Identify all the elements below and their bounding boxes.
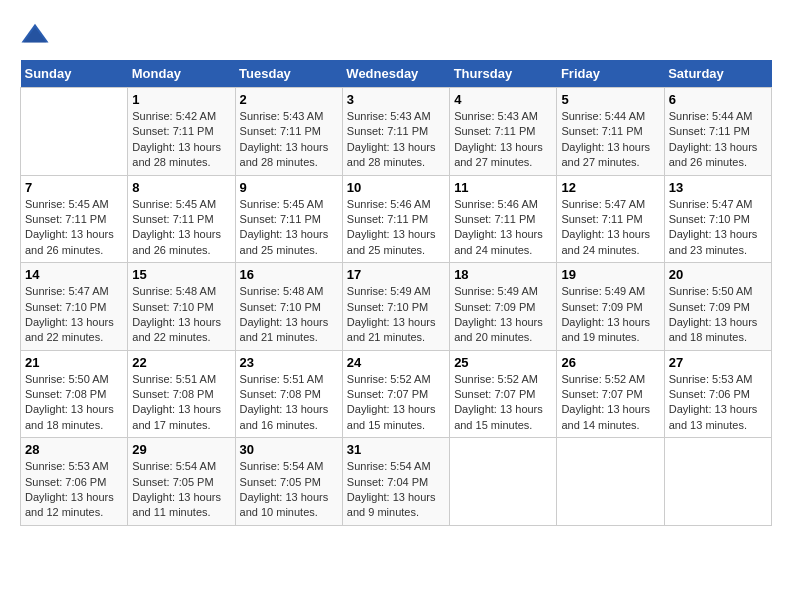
- daylight-info: Daylight: 13 hours and 20 minutes.: [454, 316, 543, 343]
- calendar-cell: 6 Sunrise: 5:44 AM Sunset: 7:11 PM Dayli…: [664, 88, 771, 176]
- calendar-cell: 20 Sunrise: 5:50 AM Sunset: 7:09 PM Dayl…: [664, 263, 771, 351]
- sunrise-info: Sunrise: 5:51 AM: [132, 373, 216, 385]
- sunset-info: Sunset: 7:09 PM: [561, 301, 642, 313]
- calendar-cell: 10 Sunrise: 5:46 AM Sunset: 7:11 PM Dayl…: [342, 175, 449, 263]
- calendar-cell: 5 Sunrise: 5:44 AM Sunset: 7:11 PM Dayli…: [557, 88, 664, 176]
- sunset-info: Sunset: 7:11 PM: [454, 213, 535, 225]
- daylight-info: Daylight: 13 hours and 27 minutes.: [454, 141, 543, 168]
- calendar-cell: 26 Sunrise: 5:52 AM Sunset: 7:07 PM Dayl…: [557, 350, 664, 438]
- calendar-cell: [664, 438, 771, 526]
- sunset-info: Sunset: 7:11 PM: [25, 213, 106, 225]
- sunrise-info: Sunrise: 5:47 AM: [669, 198, 753, 210]
- weekday-header: Thursday: [450, 60, 557, 88]
- calendar-week-row: 21 Sunrise: 5:50 AM Sunset: 7:08 PM Dayl…: [21, 350, 772, 438]
- day-number: 17: [347, 267, 445, 282]
- calendar-cell: 11 Sunrise: 5:46 AM Sunset: 7:11 PM Dayl…: [450, 175, 557, 263]
- calendar-cell: [21, 88, 128, 176]
- sunset-info: Sunset: 7:05 PM: [132, 476, 213, 488]
- calendar-cell: 30 Sunrise: 5:54 AM Sunset: 7:05 PM Dayl…: [235, 438, 342, 526]
- calendar-table: SundayMondayTuesdayWednesdayThursdayFrid…: [20, 60, 772, 526]
- sunset-info: Sunset: 7:11 PM: [132, 125, 213, 137]
- day-number: 19: [561, 267, 659, 282]
- sunrise-info: Sunrise: 5:43 AM: [454, 110, 538, 122]
- sunrise-info: Sunrise: 5:52 AM: [454, 373, 538, 385]
- calendar-cell: 28 Sunrise: 5:53 AM Sunset: 7:06 PM Dayl…: [21, 438, 128, 526]
- daylight-info: Daylight: 13 hours and 13 minutes.: [669, 403, 758, 430]
- calendar-cell: 12 Sunrise: 5:47 AM Sunset: 7:11 PM Dayl…: [557, 175, 664, 263]
- sunset-info: Sunset: 7:06 PM: [25, 476, 106, 488]
- sunset-info: Sunset: 7:11 PM: [347, 125, 428, 137]
- sunrise-info: Sunrise: 5:51 AM: [240, 373, 324, 385]
- logo: [20, 20, 54, 50]
- calendar-cell: 14 Sunrise: 5:47 AM Sunset: 7:10 PM Dayl…: [21, 263, 128, 351]
- sunset-info: Sunset: 7:04 PM: [347, 476, 428, 488]
- day-number: 12: [561, 180, 659, 195]
- calendar-cell: 29 Sunrise: 5:54 AM Sunset: 7:05 PM Dayl…: [128, 438, 235, 526]
- weekday-header: Friday: [557, 60, 664, 88]
- sunset-info: Sunset: 7:10 PM: [347, 301, 428, 313]
- day-number: 4: [454, 92, 552, 107]
- sunrise-info: Sunrise: 5:45 AM: [132, 198, 216, 210]
- day-number: 28: [25, 442, 123, 457]
- sunrise-info: Sunrise: 5:42 AM: [132, 110, 216, 122]
- calendar-cell: 31 Sunrise: 5:54 AM Sunset: 7:04 PM Dayl…: [342, 438, 449, 526]
- sunset-info: Sunset: 7:08 PM: [25, 388, 106, 400]
- daylight-info: Daylight: 13 hours and 28 minutes.: [240, 141, 329, 168]
- daylight-info: Daylight: 13 hours and 11 minutes.: [132, 491, 221, 518]
- sunrise-info: Sunrise: 5:53 AM: [25, 460, 109, 472]
- sunrise-info: Sunrise: 5:43 AM: [240, 110, 324, 122]
- sunrise-info: Sunrise: 5:54 AM: [240, 460, 324, 472]
- day-number: 27: [669, 355, 767, 370]
- day-number: 9: [240, 180, 338, 195]
- daylight-info: Daylight: 13 hours and 25 minutes.: [240, 228, 329, 255]
- sunrise-info: Sunrise: 5:48 AM: [240, 285, 324, 297]
- daylight-info: Daylight: 13 hours and 15 minutes.: [347, 403, 436, 430]
- calendar-cell: 23 Sunrise: 5:51 AM Sunset: 7:08 PM Dayl…: [235, 350, 342, 438]
- sunrise-info: Sunrise: 5:45 AM: [25, 198, 109, 210]
- day-number: 30: [240, 442, 338, 457]
- calendar-cell: 15 Sunrise: 5:48 AM Sunset: 7:10 PM Dayl…: [128, 263, 235, 351]
- calendar-week-row: 14 Sunrise: 5:47 AM Sunset: 7:10 PM Dayl…: [21, 263, 772, 351]
- sunset-info: Sunset: 7:07 PM: [561, 388, 642, 400]
- sunrise-info: Sunrise: 5:50 AM: [669, 285, 753, 297]
- weekday-header: Wednesday: [342, 60, 449, 88]
- sunset-info: Sunset: 7:08 PM: [240, 388, 321, 400]
- calendar-cell: 4 Sunrise: 5:43 AM Sunset: 7:11 PM Dayli…: [450, 88, 557, 176]
- sunset-info: Sunset: 7:11 PM: [132, 213, 213, 225]
- day-number: 13: [669, 180, 767, 195]
- calendar-cell: 16 Sunrise: 5:48 AM Sunset: 7:10 PM Dayl…: [235, 263, 342, 351]
- sunrise-info: Sunrise: 5:52 AM: [347, 373, 431, 385]
- day-number: 31: [347, 442, 445, 457]
- sunrise-info: Sunrise: 5:48 AM: [132, 285, 216, 297]
- sunrise-info: Sunrise: 5:53 AM: [669, 373, 753, 385]
- day-number: 5: [561, 92, 659, 107]
- sunset-info: Sunset: 7:09 PM: [454, 301, 535, 313]
- sunset-info: Sunset: 7:11 PM: [454, 125, 535, 137]
- daylight-info: Daylight: 13 hours and 25 minutes.: [347, 228, 436, 255]
- day-number: 25: [454, 355, 552, 370]
- daylight-info: Daylight: 13 hours and 15 minutes.: [454, 403, 543, 430]
- sunrise-info: Sunrise: 5:49 AM: [561, 285, 645, 297]
- weekday-header: Monday: [128, 60, 235, 88]
- daylight-info: Daylight: 13 hours and 22 minutes.: [25, 316, 114, 343]
- logo-icon: [20, 20, 50, 50]
- day-number: 3: [347, 92, 445, 107]
- sunset-info: Sunset: 7:11 PM: [240, 125, 321, 137]
- daylight-info: Daylight: 13 hours and 9 minutes.: [347, 491, 436, 518]
- weekday-header-row: SundayMondayTuesdayWednesdayThursdayFrid…: [21, 60, 772, 88]
- sunset-info: Sunset: 7:11 PM: [347, 213, 428, 225]
- sunrise-info: Sunrise: 5:44 AM: [561, 110, 645, 122]
- calendar-cell: 24 Sunrise: 5:52 AM Sunset: 7:07 PM Dayl…: [342, 350, 449, 438]
- daylight-info: Daylight: 13 hours and 26 minutes.: [669, 141, 758, 168]
- daylight-info: Daylight: 13 hours and 12 minutes.: [25, 491, 114, 518]
- sunset-info: Sunset: 7:11 PM: [669, 125, 750, 137]
- day-number: 7: [25, 180, 123, 195]
- calendar-cell: 1 Sunrise: 5:42 AM Sunset: 7:11 PM Dayli…: [128, 88, 235, 176]
- sunset-info: Sunset: 7:05 PM: [240, 476, 321, 488]
- sunrise-info: Sunrise: 5:46 AM: [454, 198, 538, 210]
- daylight-info: Daylight: 13 hours and 28 minutes.: [132, 141, 221, 168]
- calendar-cell: 9 Sunrise: 5:45 AM Sunset: 7:11 PM Dayli…: [235, 175, 342, 263]
- day-number: 10: [347, 180, 445, 195]
- sunset-info: Sunset: 7:07 PM: [454, 388, 535, 400]
- calendar-cell: 22 Sunrise: 5:51 AM Sunset: 7:08 PM Dayl…: [128, 350, 235, 438]
